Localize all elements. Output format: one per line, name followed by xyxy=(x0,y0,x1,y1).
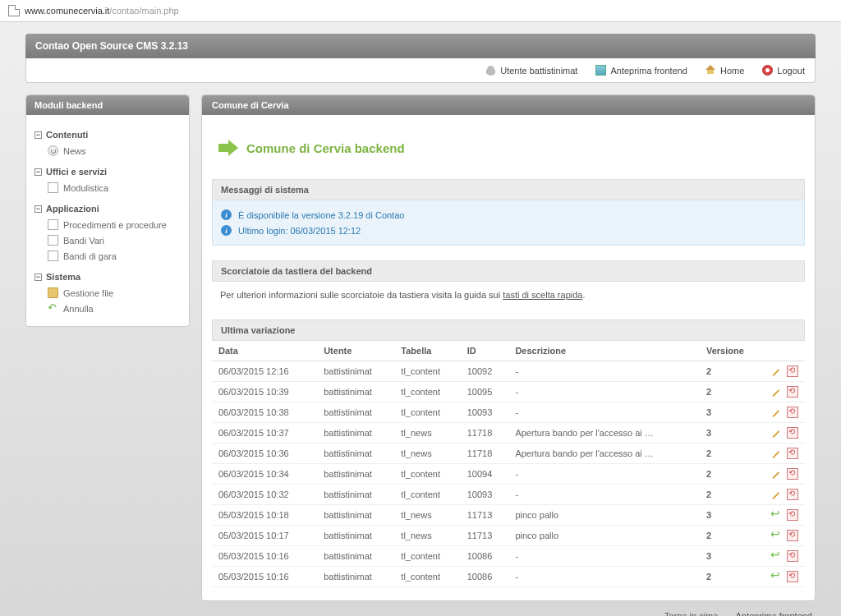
cell-table: tl_news xyxy=(394,505,460,526)
frontend-preview-link[interactable]: Anteprima frontend xyxy=(595,65,687,76)
edit-icon[interactable] xyxy=(770,386,782,398)
shortcuts-guide-link[interactable]: tasti di scelta rapida xyxy=(503,290,582,300)
cell-table: tl_news xyxy=(394,444,460,464)
edit-icon[interactable] xyxy=(770,407,782,418)
edit-icon[interactable] xyxy=(770,427,782,439)
home-link[interactable]: Home xyxy=(705,65,744,76)
cell-version: 3 xyxy=(700,423,764,444)
restore-icon[interactable] xyxy=(787,427,798,439)
table-row: 06/03/2015 10:34battistinimattl_content1… xyxy=(212,464,805,485)
logout-link[interactable]: Logout xyxy=(762,65,805,76)
cell-id: 10094 xyxy=(461,464,509,485)
restore-icon[interactable] xyxy=(787,509,798,521)
sidebar-item[interactable]: Procedimenti e procedure xyxy=(34,217,181,232)
cell-desc: pinco pallo xyxy=(508,505,700,526)
sidebar-item[interactable]: Bandi Vari xyxy=(34,232,181,248)
edit-icon[interactable] xyxy=(770,448,782,459)
last-change-header: Ultima variazione xyxy=(212,319,805,341)
restore-icon[interactable] xyxy=(787,550,798,562)
footer-preview-link[interactable]: Anteprima frontend xyxy=(735,611,812,616)
cell-id: 10095 xyxy=(461,382,509,402)
undo-icon[interactable] xyxy=(770,530,782,541)
logout-icon xyxy=(762,65,773,76)
cell-table: tl_content xyxy=(394,567,460,587)
cell-version: 2 xyxy=(700,464,764,485)
cell-id: 11718 xyxy=(461,444,509,464)
restore-icon[interactable] xyxy=(787,468,798,480)
undo-icon[interactable] xyxy=(770,550,782,562)
cell-user: battistinimat xyxy=(317,526,394,546)
restore-icon[interactable] xyxy=(787,407,798,418)
sidebar-item[interactable]: Bandi di gara xyxy=(34,248,181,264)
browser-address-bar: www.comunecervia.it/contao/main.php xyxy=(0,0,841,22)
cell-table: tl_content xyxy=(394,361,460,382)
welcome-headline: Comune di Cervia backend xyxy=(218,140,805,156)
undo-icon[interactable] xyxy=(770,509,782,521)
col-user: Utente xyxy=(317,341,394,361)
restore-icon[interactable] xyxy=(787,386,798,398)
user-icon xyxy=(485,65,496,76)
cell-date: 06/03/2015 10:36 xyxy=(212,444,317,464)
restore-icon[interactable] xyxy=(787,489,798,500)
cell-table: tl_content xyxy=(394,485,460,505)
cell-date: 06/03/2015 10:34 xyxy=(212,464,317,485)
cell-user: battistinimat xyxy=(317,485,394,505)
cell-version: 3 xyxy=(700,546,764,567)
page-file-icon xyxy=(8,5,20,16)
sidebar-group[interactable]: −Sistema xyxy=(34,272,181,282)
restore-icon[interactable] xyxy=(787,365,798,377)
cell-version: 2 xyxy=(700,526,764,546)
shortcuts-text: Per ulteriori informazioni sulle scorcia… xyxy=(212,282,805,308)
versions-table: Data Utente Tabella ID Descrizione Versi… xyxy=(212,341,805,587)
cell-version: 3 xyxy=(700,505,764,526)
sidebar: Moduli backend −ContenutiNews−Uffici e s… xyxy=(25,94,190,327)
sidebar-group[interactable]: −Applicazioni xyxy=(34,204,181,214)
table-row: 05/03/2015 10:16battistinimattl_content1… xyxy=(212,546,805,567)
cell-desc: - xyxy=(508,464,700,485)
sidebar-item-label: Annulla xyxy=(63,304,94,314)
cell-id: 10093 xyxy=(461,485,509,505)
back-icon xyxy=(48,303,58,314)
cell-id: 11713 xyxy=(461,505,509,526)
user-link[interactable]: Utente battistinimat xyxy=(485,65,577,76)
col-id: ID xyxy=(461,341,509,361)
cell-id: 10093 xyxy=(461,402,509,423)
news-icon xyxy=(48,145,58,156)
restore-icon[interactable] xyxy=(787,571,798,582)
cell-version: 2 xyxy=(700,485,764,505)
edit-icon[interactable] xyxy=(770,468,782,480)
info-icon: i xyxy=(221,209,232,220)
top-nav: Utente battistinimat Anteprima frontend … xyxy=(25,58,816,83)
cell-desc: Apertura bando per l'accesso ai … xyxy=(508,444,700,464)
message-text: Ultimo login: 06/03/2015 12:12 xyxy=(238,226,361,236)
sidebar-item[interactable]: News xyxy=(34,143,181,159)
sidebar-group[interactable]: −Uffici e servizi xyxy=(34,167,181,177)
collapse-icon: − xyxy=(34,205,42,213)
col-date: Data xyxy=(212,341,317,361)
cell-table: tl_content xyxy=(394,546,460,567)
cell-desc: - xyxy=(508,546,700,567)
cell-id: 11718 xyxy=(461,423,509,444)
cell-date: 06/03/2015 10:32 xyxy=(212,485,317,505)
edit-icon[interactable] xyxy=(770,365,782,377)
back-to-top-link[interactable]: Torna in cima xyxy=(664,611,718,616)
restore-icon[interactable] xyxy=(787,530,798,541)
col-table: Tabella xyxy=(394,341,460,361)
sidebar-item[interactable]: Annulla xyxy=(34,301,181,316)
restore-icon[interactable] xyxy=(787,448,798,459)
sidebar-item[interactable]: Gestione file xyxy=(34,285,181,301)
page-icon xyxy=(48,219,58,230)
cell-date: 06/03/2015 10:39 xyxy=(212,382,317,402)
sidebar-item-label: Bandi di gara xyxy=(63,251,117,261)
cell-desc: - xyxy=(508,402,700,423)
sidebar-item-label: News xyxy=(63,146,86,156)
undo-icon[interactable] xyxy=(770,571,782,582)
sidebar-item[interactable]: Modulistica xyxy=(34,180,181,195)
cell-desc: pinco pallo xyxy=(508,526,700,546)
edit-icon[interactable] xyxy=(770,489,782,500)
cell-date: 05/03/2015 10:16 xyxy=(212,546,317,567)
cell-desc: Apertura bando per l'accesso ai … xyxy=(508,423,700,444)
cell-user: battistinimat xyxy=(317,444,394,464)
sidebar-group[interactable]: −Contenuti xyxy=(34,130,181,140)
cell-date: 05/03/2015 10:16 xyxy=(212,567,317,587)
